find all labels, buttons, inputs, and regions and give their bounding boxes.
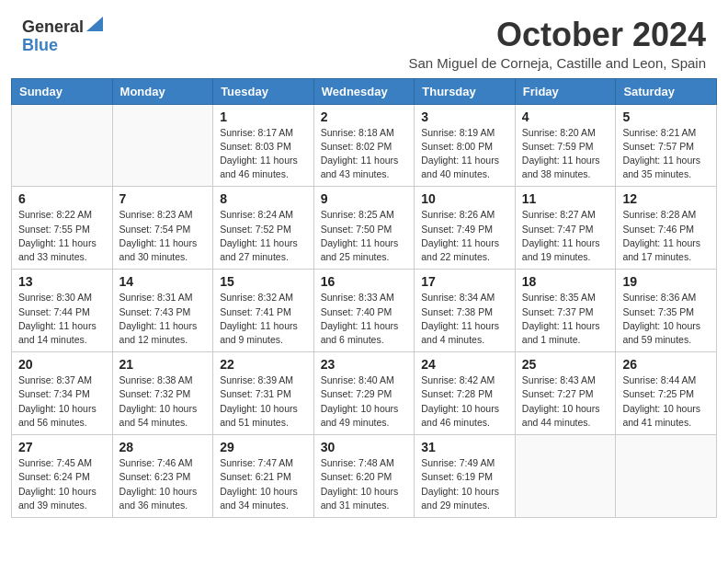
day-number: 2 (321, 109, 408, 124)
calendar-cell: 22Sunrise: 8:39 AM Sunset: 7:31 PM Dayli… (213, 352, 314, 435)
calendar-cell: 19Sunrise: 8:36 AM Sunset: 7:35 PM Dayli… (616, 270, 717, 352)
calendar-cell (616, 435, 717, 518)
day-info: Sunrise: 7:45 AM Sunset: 6:24 PM Dayligh… (18, 456, 106, 512)
day-number: 12 (622, 191, 710, 206)
calendar-cell: 4Sunrise: 8:20 AM Sunset: 7:59 PM Daylig… (515, 104, 616, 187)
calendar-cell: 24Sunrise: 8:42 AM Sunset: 7:28 PM Dayli… (415, 352, 516, 435)
logo-triangle-icon (86, 17, 103, 31)
day-info: Sunrise: 8:36 AM Sunset: 7:35 PM Dayligh… (622, 291, 710, 347)
calendar-cell: 9Sunrise: 8:25 AM Sunset: 7:50 PM Daylig… (313, 187, 415, 270)
calendar-week-row: 27Sunrise: 7:45 AM Sunset: 6:24 PM Dayli… (12, 435, 717, 518)
logo-general-text: General (22, 18, 84, 35)
day-number: 5 (622, 109, 710, 124)
day-info: Sunrise: 8:32 AM Sunset: 7:41 PM Dayligh… (220, 291, 307, 347)
calendar-cell: 8Sunrise: 8:24 AM Sunset: 7:52 PM Daylig… (213, 187, 314, 270)
weekday-header-row: SundayMondayTuesdayWednesdayThursdayFrid… (12, 78, 717, 104)
day-number: 17 (421, 274, 508, 289)
weekday-header-saturday: Saturday (616, 78, 717, 104)
calendar-cell: 26Sunrise: 8:44 AM Sunset: 7:25 PM Dayli… (616, 352, 717, 435)
weekday-header-tuesday: Tuesday (213, 78, 314, 104)
calendar-week-row: 6Sunrise: 8:22 AM Sunset: 7:55 PM Daylig… (12, 187, 717, 270)
day-number: 6 (18, 191, 106, 206)
day-info: Sunrise: 7:48 AM Sunset: 6:20 PM Dayligh… (321, 456, 408, 512)
day-number: 9 (321, 191, 408, 206)
day-number: 15 (220, 274, 307, 289)
calendar-cell: 16Sunrise: 8:33 AM Sunset: 7:40 PM Dayli… (313, 270, 415, 352)
day-number: 8 (220, 191, 307, 206)
day-number: 3 (421, 109, 508, 124)
calendar-cell: 14Sunrise: 8:31 AM Sunset: 7:43 PM Dayli… (112, 270, 213, 352)
day-info: Sunrise: 8:24 AM Sunset: 7:52 PM Dayligh… (220, 208, 307, 264)
day-number: 23 (321, 357, 408, 372)
day-number: 13 (18, 274, 106, 289)
weekday-header-friday: Friday (515, 78, 616, 104)
calendar-cell: 3Sunrise: 8:19 AM Sunset: 8:00 PM Daylig… (415, 104, 516, 187)
calendar-cell: 2Sunrise: 8:18 AM Sunset: 8:02 PM Daylig… (313, 104, 415, 187)
calendar-cell: 6Sunrise: 8:22 AM Sunset: 7:55 PM Daylig… (12, 187, 113, 270)
day-info: Sunrise: 8:26 AM Sunset: 7:49 PM Dayligh… (421, 208, 508, 264)
day-info: Sunrise: 8:18 AM Sunset: 8:02 PM Dayligh… (321, 126, 408, 182)
calendar-cell: 11Sunrise: 8:27 AM Sunset: 7:47 PM Dayli… (515, 187, 616, 270)
weekday-header-wednesday: Wednesday (313, 78, 415, 104)
day-number: 20 (18, 357, 106, 372)
day-info: Sunrise: 8:23 AM Sunset: 7:54 PM Dayligh… (119, 208, 207, 264)
day-info: Sunrise: 8:20 AM Sunset: 7:59 PM Dayligh… (522, 126, 609, 182)
weekday-header-monday: Monday (112, 78, 213, 104)
calendar-cell (515, 435, 616, 518)
day-number: 31 (421, 440, 508, 454)
calendar-cell: 28Sunrise: 7:46 AM Sunset: 6:23 PM Dayli… (112, 435, 213, 518)
day-number: 29 (220, 440, 307, 454)
day-number: 14 (119, 274, 207, 289)
calendar-cell: 5Sunrise: 8:21 AM Sunset: 7:57 PM Daylig… (616, 104, 717, 187)
day-info: Sunrise: 8:30 AM Sunset: 7:44 PM Dayligh… (18, 291, 106, 347)
calendar-cell: 15Sunrise: 8:32 AM Sunset: 7:41 PM Dayli… (213, 270, 314, 352)
day-info: Sunrise: 8:25 AM Sunset: 7:50 PM Dayligh… (321, 208, 408, 264)
day-info: Sunrise: 8:40 AM Sunset: 7:29 PM Dayligh… (321, 373, 408, 430)
day-number: 1 (220, 109, 307, 124)
day-number: 25 (522, 357, 609, 372)
day-info: Sunrise: 8:33 AM Sunset: 7:40 PM Dayligh… (321, 291, 408, 347)
day-info: Sunrise: 8:44 AM Sunset: 7:25 PM Dayligh… (622, 373, 710, 430)
day-info: Sunrise: 8:42 AM Sunset: 7:28 PM Dayligh… (421, 373, 508, 430)
day-info: Sunrise: 8:34 AM Sunset: 7:38 PM Dayligh… (421, 291, 508, 347)
day-number: 7 (119, 191, 207, 206)
calendar-week-row: 20Sunrise: 8:37 AM Sunset: 7:34 PM Dayli… (12, 352, 717, 435)
calendar-week-row: 1Sunrise: 8:17 AM Sunset: 8:03 PM Daylig… (12, 104, 717, 187)
day-number: 10 (421, 191, 508, 206)
calendar-cell: 20Sunrise: 8:37 AM Sunset: 7:34 PM Dayli… (12, 352, 113, 435)
location-title: San Miguel de Corneja, Castille and Leon… (408, 55, 706, 71)
calendar-cell: 21Sunrise: 8:38 AM Sunset: 7:32 PM Dayli… (112, 352, 213, 435)
calendar-cell: 30Sunrise: 7:48 AM Sunset: 6:20 PM Dayli… (313, 435, 415, 518)
calendar-cell: 29Sunrise: 7:47 AM Sunset: 6:21 PM Dayli… (213, 435, 314, 518)
month-title: October 2024 (408, 17, 706, 53)
day-info: Sunrise: 8:43 AM Sunset: 7:27 PM Dayligh… (522, 373, 609, 430)
day-info: Sunrise: 8:22 AM Sunset: 7:55 PM Dayligh… (18, 208, 106, 264)
weekday-header-sunday: Sunday (12, 78, 113, 104)
calendar-cell: 7Sunrise: 8:23 AM Sunset: 7:54 PM Daylig… (112, 187, 213, 270)
calendar-table: SundayMondayTuesdayWednesdayThursdayFrid… (11, 78, 717, 518)
logo: General Blue (22, 17, 103, 53)
day-number: 24 (421, 357, 508, 372)
calendar-cell (112, 104, 213, 187)
calendar-cell: 10Sunrise: 8:26 AM Sunset: 7:49 PM Dayli… (415, 187, 516, 270)
day-info: Sunrise: 7:47 AM Sunset: 6:21 PM Dayligh… (220, 456, 307, 512)
day-info: Sunrise: 7:49 AM Sunset: 6:19 PM Dayligh… (421, 456, 508, 512)
calendar-cell: 18Sunrise: 8:35 AM Sunset: 7:37 PM Dayli… (515, 270, 616, 352)
day-info: Sunrise: 8:27 AM Sunset: 7:47 PM Dayligh… (522, 208, 609, 264)
day-number: 27 (18, 440, 106, 454)
svg-marker-0 (86, 17, 103, 31)
calendar-cell: 31Sunrise: 7:49 AM Sunset: 6:19 PM Dayli… (415, 435, 516, 518)
day-number: 30 (321, 440, 408, 454)
day-info: Sunrise: 8:38 AM Sunset: 7:32 PM Dayligh… (119, 373, 207, 430)
day-info: Sunrise: 8:39 AM Sunset: 7:31 PM Dayligh… (220, 373, 307, 430)
day-number: 21 (119, 357, 207, 372)
page-header: General Blue October 2024 San Miguel de … (0, 0, 728, 78)
calendar-cell: 27Sunrise: 7:45 AM Sunset: 6:24 PM Dayli… (12, 435, 113, 518)
day-number: 22 (220, 357, 307, 372)
logo-blue-text: Blue (22, 37, 58, 53)
day-info: Sunrise: 8:28 AM Sunset: 7:46 PM Dayligh… (622, 208, 710, 264)
day-number: 28 (119, 440, 207, 454)
calendar-cell: 25Sunrise: 8:43 AM Sunset: 7:27 PM Dayli… (515, 352, 616, 435)
calendar-cell: 12Sunrise: 8:28 AM Sunset: 7:46 PM Dayli… (616, 187, 717, 270)
day-info: Sunrise: 8:21 AM Sunset: 7:57 PM Dayligh… (622, 126, 710, 182)
